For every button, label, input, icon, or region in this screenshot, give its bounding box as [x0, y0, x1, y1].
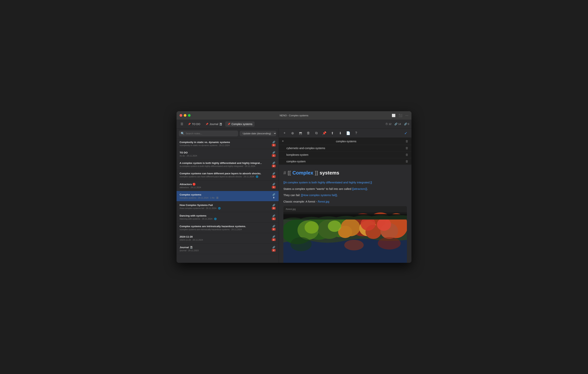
- pin-icon-complex: 📌: [228, 123, 230, 125]
- badge-count-5: 9: [272, 196, 276, 199]
- paragraph-3: They can fail: [[How complex systems fai…: [284, 193, 407, 198]
- badge-count-8: 2: [272, 228, 276, 231]
- link-icon-5: 🔗: [273, 193, 275, 196]
- tags-section: + complex-systems 🗑 cybernetic-and-compl…: [279, 138, 411, 165]
- note-meta-7: /dancing-with-systems · 29.11.2024 · 🌐: [179, 218, 270, 220]
- note-meta-5: /complex-systems · 29.11.2024 · 1 file ·…: [179, 197, 270, 199]
- tag-delete-4[interactable]: 🗑: [405, 160, 409, 163]
- note-title-6: How Complex Systems Fail: [179, 204, 270, 206]
- maximize-button[interactable]: [188, 114, 190, 117]
- hamburger-icon: ☰: [180, 122, 183, 126]
- backlinks-count: 0: [408, 123, 409, 125]
- link-differentiated[interactable]: A complex system is both highly differen…: [285, 181, 370, 184]
- hamburger-button[interactable]: ☰: [179, 121, 185, 127]
- note-meta-1: /to-do · 29.11.2024: [179, 155, 270, 157]
- note-item-3[interactable]: Complex systems can have different pace …: [177, 170, 279, 180]
- window-icon-2[interactable]: ⬛: [399, 114, 402, 117]
- note-meta-9: /2024-11-28 · 28.11.2024: [179, 239, 270, 241]
- export-button[interactable]: ⬆: [330, 130, 335, 136]
- delete-button[interactable]: 🗑: [306, 130, 311, 136]
- forest-image-block: /forest.jpg: [284, 206, 407, 263]
- note-item-4[interactable]: Attractors 🔴/attractors · 29.11.2024🔗1: [177, 180, 279, 191]
- forest-image-ref[interactable]: /forest.jpg: [318, 200, 329, 203]
- note-meta-8: /complex-systems-are-intrinsically-hazar…: [179, 228, 270, 231]
- note-info-5: Complex systems/complex-systems · 29.11.…: [179, 193, 270, 199]
- navbar-stats: 🗒 12 🔗 14 🔗 0: [386, 123, 409, 125]
- window-menu[interactable]: ⋯: [405, 114, 409, 117]
- tag-delete-1[interactable]: 🗑: [405, 140, 409, 143]
- add-tag-button[interactable]: +: [282, 139, 284, 143]
- search-input[interactable]: [186, 132, 236, 135]
- import-button[interactable]: ⬇: [337, 130, 343, 136]
- paragraph-1: [[A complex system is both highly differ…: [284, 180, 407, 185]
- link-fail[interactable]: How complex systems fail: [303, 193, 336, 197]
- file-button[interactable]: 📄: [346, 130, 351, 136]
- add-circle-button[interactable]: ⊕: [290, 130, 295, 136]
- note-item-5[interactable]: Complex systems/complex-systems · 29.11.…: [177, 191, 279, 201]
- link-icon-4: 🔗: [273, 183, 275, 185]
- note-item-2[interactable]: A complex system is both highly differen…: [177, 159, 279, 170]
- note-item-6[interactable]: How Complex Systems Fail/how-complex-sys…: [177, 201, 279, 212]
- notes-icon: 🗒: [386, 123, 388, 125]
- link-icon-9: 🔗: [273, 235, 275, 238]
- note-info-3: Complex systems can have different pace …: [179, 172, 270, 178]
- note-info-1: TO DO/to-do · 29.11.2024: [179, 151, 270, 157]
- note-title-0: Complexity in static vs. dynamic systems: [179, 141, 270, 144]
- badge-count-3: 1: [272, 175, 276, 178]
- tab-todo[interactable]: 📌 TO DO: [186, 121, 202, 127]
- badge-count-0: 1: [272, 144, 276, 147]
- add-button[interactable]: +: [282, 130, 287, 136]
- sort-select[interactable]: Update date (descending): [240, 131, 276, 136]
- pin-button[interactable]: 📌: [322, 130, 327, 136]
- note-item-0[interactable]: Complexity in static vs. dynamic systems…: [177, 139, 279, 149]
- duplicate-button[interactable]: ⧉: [314, 130, 319, 136]
- tab-journal[interactable]: 📌 Journal 📓: [203, 121, 224, 127]
- tab-todo-label: TO DO: [192, 123, 200, 126]
- help-button[interactable]: ?: [354, 130, 359, 136]
- titlebar: NENO - Complex systems ⬜ ⬛ ⋯: [177, 111, 411, 119]
- note-item-10[interactable]: Journal 📓/journal · 29.11.2023🔗2: [177, 244, 279, 254]
- note-item-9[interactable]: 2024-11-28/2024-11-28 · 28.11.2024🔗2: [177, 233, 279, 244]
- window-title: NENO - Complex systems: [280, 114, 308, 117]
- tag-label-2: cybernetic-and-complex-systems: [286, 147, 325, 150]
- note-info-6: How Complex Systems Fail/how-complex-sys…: [179, 204, 270, 210]
- minimize-button[interactable]: [184, 114, 186, 117]
- link-attractors[interactable]: attractors: [354, 187, 366, 190]
- heading-link[interactable]: Complex: [293, 169, 313, 177]
- close-button[interactable]: [179, 114, 182, 117]
- titlebar-actions: ⬜ ⬛ ⋯: [392, 114, 409, 117]
- confirm-button[interactable]: ✓: [403, 130, 409, 136]
- tab-complex-label: Complex systems: [231, 123, 252, 126]
- note-badge-9: 🔗2: [272, 235, 276, 241]
- search-bar: 🔍 Update date (descending): [177, 129, 279, 139]
- forest-image-label: /forest.jpg: [284, 206, 407, 212]
- note-info-4: Attractors 🔴/attractors · 29.11.2024: [179, 183, 270, 189]
- note-title-2: A complex system is both highly differen…: [179, 162, 270, 164]
- window-icon-1[interactable]: ⬜: [392, 114, 396, 117]
- editor-toolbar: + ⊕ ⬒ 🗑 ⧉ 📌 ⬆ ⬇ 📄 ? ✓: [279, 129, 411, 138]
- link-icon-7: 🔗: [273, 214, 275, 217]
- note-info-10: Journal 📓/journal · 29.11.2023: [179, 246, 270, 252]
- heading-text: systems: [320, 169, 339, 177]
- pin-icon-journal: 📌: [206, 123, 208, 125]
- note-badge-2: 🔗2: [272, 162, 276, 167]
- note-meta-3: /complex-systems-can-have-different-pace…: [179, 175, 270, 178]
- note-item-8[interactable]: Complex systems are intrinsically hazard…: [177, 223, 279, 233]
- editor-content[interactable]: # [[Complex]] systems [[A complex system…: [279, 165, 411, 263]
- tag-row-3: komplexes-system 🗑: [279, 151, 411, 158]
- tab-complex-systems[interactable]: 📌 Complex systems: [225, 121, 255, 127]
- note-title-3: Complex systems can have different pace …: [179, 172, 270, 175]
- badge-count-4: 1: [272, 186, 276, 189]
- tag-delete-2[interactable]: 🗑: [405, 147, 409, 150]
- note-badge-5: 🔗9: [272, 193, 276, 199]
- tag-label-3: komplexes-system: [286, 153, 308, 156]
- note-item-7[interactable]: Dancing with systems/dancing-with-system…: [177, 212, 279, 223]
- note-badge-10: 🔗2: [272, 246, 276, 252]
- search-input-wrap[interactable]: 🔍: [179, 130, 238, 136]
- bracket-open: [[: [288, 169, 291, 177]
- link-icon-0: 🔗: [273, 141, 275, 143]
- tag-delete-3[interactable]: 🗑: [405, 153, 409, 157]
- note-meta-2: /a-complex-system-is-both-highly-differe…: [179, 165, 270, 167]
- save-button[interactable]: ⬒: [298, 130, 303, 136]
- note-item-1[interactable]: TO DO/to-do · 29.11.2024🔗1: [177, 149, 279, 159]
